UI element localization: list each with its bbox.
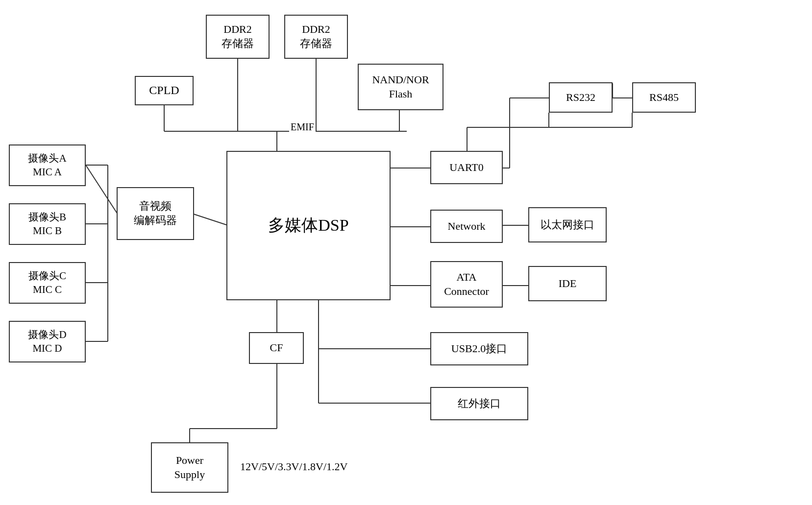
camera-a-box: 摄像头A MIC A xyxy=(9,144,86,186)
power-supply-box: Power Supply xyxy=(151,442,228,493)
cpld-box: CPLD xyxy=(135,76,194,105)
ata-connector-box: ATA Connector xyxy=(430,261,503,308)
svg-line-16 xyxy=(86,165,118,214)
voltage-label: 12V/5V/3.3V/1.8V/1.2V xyxy=(240,460,347,473)
ethernet-box: 以太网接口 xyxy=(528,207,607,242)
av-codec-box: 音视频 编解码器 xyxy=(117,187,194,240)
rs232-box: RS232 xyxy=(549,82,613,113)
ddr2-1-box: DDR2 存储器 xyxy=(206,15,270,59)
nand-nor-box: NAND/NOR Flash xyxy=(358,64,443,110)
block-diagram: EMIF 12V/5V/3.3V/1.8V/1.2V DDR2 存储器 DDR2… xyxy=(0,0,812,505)
ddr2-2-box: DDR2 存储器 xyxy=(284,15,348,59)
rs485-box: RS485 xyxy=(632,82,696,113)
camera-c-box: 摄像头C MIC C xyxy=(9,262,86,304)
network-box: Network xyxy=(430,210,503,243)
ir-box: 红外接口 xyxy=(430,387,528,420)
camera-b-box: 摄像头B MIC B xyxy=(9,203,86,245)
emif-label: EMIF xyxy=(289,121,316,133)
cf-box: CF xyxy=(249,332,304,364)
camera-d-box: 摄像头D MIC D xyxy=(9,321,86,362)
usb-box: USB2.0接口 xyxy=(430,332,528,365)
uart0-box: UART0 xyxy=(430,151,503,184)
dsp-box: 多媒体DSP xyxy=(226,151,391,300)
ide-box: IDE xyxy=(528,266,607,301)
svg-line-26 xyxy=(194,214,228,225)
